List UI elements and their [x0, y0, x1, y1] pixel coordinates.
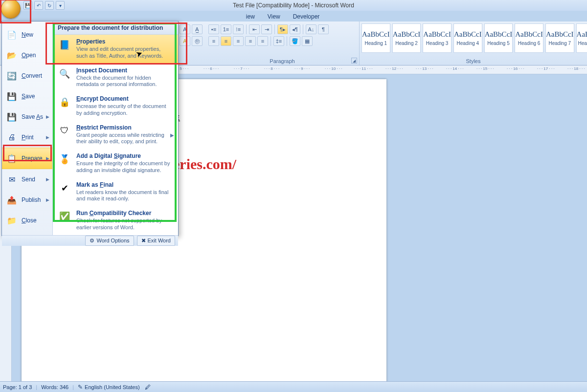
office-menu-new[interactable]: 📄New: [2, 24, 52, 45]
office-menu: 📄New📂Open🔄Convert💾Save💾Save As▶🖨Print▶📋P…: [1, 21, 179, 236]
align-right-button[interactable]: ≡: [233, 36, 244, 46]
prepare-header: Prepare the document for distribution: [53, 22, 178, 35]
submenu-arrow-icon: ▶: [46, 156, 49, 161]
rtl-button[interactable]: ◂¶: [290, 24, 300, 34]
office-menu-save-as[interactable]: 💾Save As▶: [2, 107, 52, 127]
paragraph-dialog-launcher[interactable]: ◢: [351, 58, 357, 64]
highlight-button[interactable]: A: [180, 36, 190, 46]
ribbon-tabs: HomeInsertPage LayoutReferencesMailings …: [0, 11, 587, 22]
print-icon: 🖨: [6, 131, 18, 143]
enclose-button[interactable]: ㊞: [192, 36, 203, 46]
style-heading-1[interactable]: AaBbCcIHeading 1: [361, 23, 390, 53]
office-menu-send[interactable]: ✉Send▶: [2, 169, 52, 190]
font-group-fragment: AA̲ A㊞: [179, 22, 205, 57]
office-menu-prepare[interactable]: 📋Prepare▶: [2, 148, 52, 169]
send-icon: ✉: [6, 174, 18, 185]
borders-button[interactable]: ▦: [302, 36, 313, 46]
track-changes-icon[interactable]: 🖉: [145, 384, 151, 391]
submenu-arrow-icon: ▶: [46, 177, 49, 182]
restrict-permission-icon: 🛡: [58, 124, 71, 138]
add-a-digital-signature-icon: 🏅: [58, 152, 71, 166]
exit-word-button[interactable]: ✖Exit Word: [137, 236, 175, 246]
style-heading-2[interactable]: AaBbCcIHeading 2: [392, 23, 421, 53]
sort-button[interactable]: A↓: [306, 24, 316, 34]
office-menu-print[interactable]: 🖨Print▶: [2, 127, 52, 148]
style-heading-5[interactable]: AaBbCcIHeading 5: [484, 23, 513, 53]
qat-redo-button[interactable]: ↻: [45, 1, 54, 10]
close-icon: ✖: [141, 238, 146, 244]
submenu-arrow-icon: ▶: [46, 197, 49, 202]
office-menu-open[interactable]: 📂Open: [2, 45, 52, 65]
numbering-button[interactable]: 1≡: [221, 24, 231, 34]
office-menu-save[interactable]: 💾Save: [2, 86, 52, 107]
style-heading-7[interactable]: AaBbCcIHeading 7: [545, 23, 574, 53]
clear-format-button[interactable]: A: [180, 24, 190, 34]
submenu-arrow-icon: ▶: [46, 135, 49, 140]
close-icon: 📁: [6, 215, 18, 226]
office-menu-left: 📄New📂Open🔄Convert💾Save💾Save As▶🖨Print▶📋P…: [2, 22, 53, 235]
shading-button[interactable]: 🪣: [290, 36, 300, 46]
options-icon: ⚙: [90, 238, 94, 244]
submenu-arrow-icon: ▶: [46, 114, 49, 119]
qat-save-button[interactable]: 💾: [23, 1, 32, 10]
tab-review-fragment[interactable]: iew: [241, 12, 260, 22]
paragraph-group: •≡ 1≡ ⁝≡ ⇤ ⇥ ¶▸ ◂¶ A↓ ¶ ≡ ≡ ≡ ≡ ≡ ‡≡: [205, 22, 360, 65]
prepare-add-a-digital-signature[interactable]: 🏅Add a Digital SignatureEnsure the integ…: [53, 149, 178, 178]
char-border-button[interactable]: A̲: [192, 24, 203, 34]
line-spacing-button[interactable]: ‡≡: [273, 36, 284, 46]
window-title: Test File [Compatibility Mode] - Microso…: [233, 2, 354, 9]
save-icon: 💾: [6, 90, 18, 102]
inspect-document-icon: 🔍: [58, 67, 71, 81]
tab-developer[interactable]: Developer: [288, 12, 325, 22]
status-page[interactable]: Page: 1 of 3: [3, 384, 32, 390]
style-heading-6[interactable]: AaBbCcIHeading 6: [515, 23, 543, 53]
prepare-run-compatibility-checker[interactable]: ✅Run Compatibility CheckerCheck for feat…: [53, 206, 178, 235]
styles-group: AaBbCcIHeading 1AaBbCcIHeading 2AaBbCcIH…: [360, 22, 587, 65]
style-heading-4[interactable]: AaBbCcIHeading 4: [453, 23, 482, 53]
justify-button[interactable]: ≡: [245, 36, 256, 46]
office-menu-convert[interactable]: 🔄Convert: [2, 65, 52, 86]
prepare-restrict-permission[interactable]: 🛡Restrict PermissionGrant people access …: [53, 121, 178, 150]
title-bar: 💾 ↶ ↻ ▾ Test File [Compatibility Mode] -…: [0, 0, 587, 11]
publish-icon: 📤: [6, 194, 18, 206]
submenu-arrow-icon: ▶: [170, 132, 174, 137]
office-menu-footer: ⚙Word Options ✖Exit Word: [2, 235, 178, 246]
styles-group-label: Styles: [360, 58, 587, 64]
prepare-icon: 📋: [6, 152, 18, 164]
bullets-button[interactable]: •≡: [208, 24, 219, 34]
mark-as-final-icon: ✔: [58, 181, 71, 195]
style-heading-3[interactable]: AaBbCcIHeading 3: [423, 23, 452, 53]
status-bar: Page: 1 of 3| Words: 346| ✎ English (Uni…: [0, 381, 587, 392]
decrease-indent-button[interactable]: ⇤: [249, 24, 260, 34]
office-menu-right: Prepare the document for distribution 📘P…: [53, 22, 178, 235]
increase-indent-button[interactable]: ⇥: [261, 24, 272, 34]
qat-undo-button[interactable]: ↶: [34, 1, 43, 10]
status-words[interactable]: Words: 346: [41, 384, 68, 390]
ltr-button[interactable]: ¶▸: [277, 24, 288, 34]
run-compatibility-checker-icon: ✅: [58, 210, 71, 223]
prepare-inspect-document[interactable]: 🔍Inspect DocumentCheck the document for …: [53, 64, 178, 92]
prepare-encrypt-document[interactable]: 🔒Encrypt DocumentIncrease the security o…: [53, 92, 178, 121]
office-menu-publish[interactable]: 📤Publish▶: [2, 190, 52, 210]
align-left-button[interactable]: ≡: [208, 36, 219, 46]
distributed-button[interactable]: ≡: [257, 36, 268, 46]
convert-icon: 🔄: [6, 70, 18, 82]
align-center-button[interactable]: ≡: [221, 36, 231, 46]
encrypt-document-icon: 🔒: [58, 95, 71, 109]
paragraph-group-label: Paragraph: [205, 58, 359, 64]
word-options-button[interactable]: ⚙Word Options: [85, 236, 134, 246]
style-more-fragment[interactable]: AaBHea‹: [576, 23, 587, 53]
tab-view[interactable]: View: [263, 12, 285, 22]
proofing-icon[interactable]: ✎: [78, 384, 83, 391]
show-marks-button[interactable]: ¶: [318, 24, 329, 34]
qat-customize-button[interactable]: ▾: [56, 1, 65, 10]
open-icon: 📂: [6, 49, 18, 61]
status-language[interactable]: English (United States): [85, 384, 140, 390]
properties-icon: 📘: [58, 38, 71, 52]
save-as-icon: 💾: [6, 111, 18, 123]
multilevel-button[interactable]: ⁝≡: [233, 24, 244, 34]
office-menu-close[interactable]: 📁Close: [2, 210, 52, 231]
prepare-properties[interactable]: 📘PropertiesView and edit document proper…: [53, 35, 178, 64]
new-icon: 📄: [6, 29, 18, 41]
prepare-mark-as-final[interactable]: ✔Mark as FinalLet readers know the docum…: [53, 178, 178, 207]
